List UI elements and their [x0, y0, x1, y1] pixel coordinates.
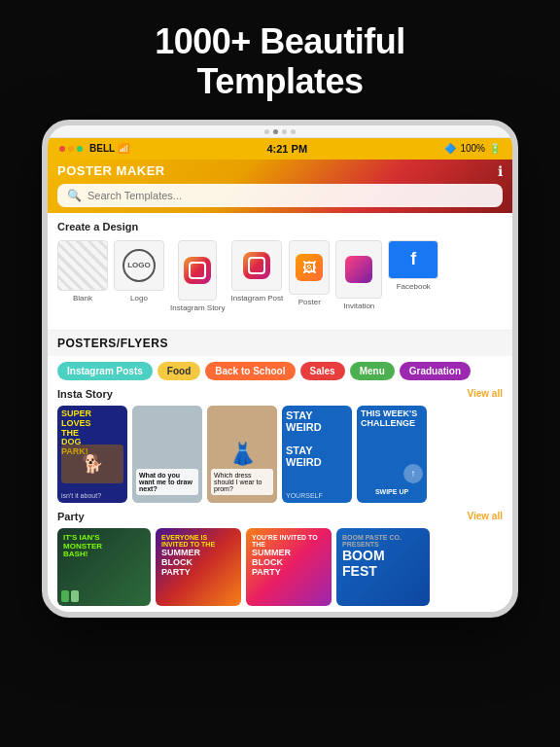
invitation-icon [345, 256, 372, 283]
story-item-5[interactable]: THIS WEEK'S CHALLENGE SWIPE UP ↑ [357, 406, 427, 503]
story-sub-1: isn't it about? [61, 492, 123, 499]
app-name-label: POSTER MAKER [57, 163, 165, 178]
insta-story-title: Insta Story [57, 388, 113, 400]
design-item-invitation[interactable]: Invitation [335, 240, 382, 312]
design-item-blank[interactable]: Blank [57, 240, 108, 312]
dot-1 [264, 129, 269, 134]
party-item-3[interactable]: YOU'RE INVITED TO THESUMMERBLOCKPARTY [246, 528, 332, 606]
status-dot-1 [59, 146, 65, 152]
instagram-icon [184, 257, 211, 284]
invitation-thumb [335, 240, 382, 299]
story-sub-4: YOURSELF [286, 492, 348, 499]
blank-label: Blank [73, 294, 92, 302]
story-thumb [178, 240, 217, 301]
design-item-instagram-post[interactable]: Instagram Post [230, 240, 283, 312]
party-row: IT'S IAN'SMONSTERBASH! EVERYONE IS INVIT… [57, 528, 503, 606]
chips-container: Instagram Posts Food Back to School Sale… [48, 356, 512, 612]
poster-thumb: 🖼 [289, 240, 330, 295]
design-item-logo[interactable]: LOGO Logo [114, 240, 164, 312]
chip-menu[interactable]: Menu [350, 362, 395, 380]
chip-food[interactable]: Food [158, 362, 200, 380]
design-item-poster[interactable]: 🖼 Poster [289, 240, 330, 312]
logo-thumb: LOGO [114, 240, 164, 291]
poster-icon: 🖼 [296, 254, 323, 281]
chip-instagram-posts[interactable]: Instagram Posts [57, 362, 153, 380]
logo-label: Logo [130, 294, 148, 302]
dot-3 [282, 129, 287, 134]
time-display: 4:21 PM [266, 143, 307, 155]
design-row: Blank LOGO Logo Instagram Story [57, 240, 503, 312]
party-text-3: YOU'RE INVITED TO THESUMMERBLOCKPARTY [252, 534, 326, 578]
battery-icon: 🔋 [489, 143, 501, 154]
party-text-2: EVERYONE IS INVITED TO THESUMMERBLOCKPAR… [161, 534, 235, 578]
status-right: 🔷 100% 🔋 [444, 143, 501, 154]
post-thumb [231, 240, 282, 291]
story-text-5: THIS WEEK'S CHALLENGE [361, 409, 423, 429]
party-item-1[interactable]: IT'S IAN'SMONSTERBASH! [57, 528, 151, 606]
search-bar[interactable]: 🔍 [57, 184, 503, 207]
story-label: Instagram Story [170, 303, 225, 312]
post-label: Instagram Post [230, 294, 283, 302]
design-item-instagram-story[interactable]: Instagram Story [170, 240, 225, 312]
story-item-2[interactable]: What do you want me to draw next? [132, 406, 202, 503]
page-dots [48, 125, 512, 138]
chip-sales[interactable]: Sales [300, 362, 345, 380]
chip-graduation[interactable]: Graduation [400, 362, 471, 380]
invitation-label: Invitation [343, 302, 374, 310]
search-icon: 🔍 [67, 189, 82, 202]
party-item-2[interactable]: EVERYONE IS INVITED TO THESUMMERBLOCKPAR… [156, 528, 241, 606]
facebook-thumb: f [388, 240, 438, 279]
story-item-1[interactable]: SUPERLOVESTHEDOGPARK! isn't it about? 🐕 [57, 406, 127, 503]
bluetooth-icon: 🔷 [444, 143, 456, 154]
party-header: Party View all [57, 511, 503, 522]
status-left: BELL 📶 [59, 143, 129, 154]
posters-title: POSTERS/FLYERS [57, 337, 503, 350]
posters-section: POSTERS/FLYERS [48, 330, 512, 356]
search-input[interactable] [88, 190, 493, 201]
story-item-3[interactable]: 👗 Which dress should I wear to prom? [207, 406, 277, 503]
story-text-4: STAYWEIRDSTAYWEIRD [286, 409, 348, 468]
insta-story-view-all[interactable]: View all [467, 388, 503, 399]
device-frame: BELL 📶 4:21 PM 🔷 100% 🔋 POSTER MAKER ℹ 🔍… [42, 120, 518, 618]
party-text-1: IT'S IAN'SMONSTERBASH! [63, 534, 145, 559]
create-section-title: Create a Design [57, 221, 503, 232]
dot-2 [273, 129, 278, 134]
logo-icon: LOGO [122, 249, 156, 282]
story-swipe: SWIPE UP [361, 488, 423, 495]
story-row: SUPERLOVESTHEDOGPARK! isn't it about? 🐕 … [57, 406, 503, 503]
status-dot-3 [77, 146, 83, 152]
status-dot-2 [68, 146, 74, 152]
battery-label: 100% [460, 143, 485, 154]
chips-row: Instagram Posts Food Back to School Sale… [57, 362, 503, 380]
party-item-4[interactable]: BOOM PASTE CO. PRESENTSBOOMFEST [336, 528, 430, 606]
party-text-4: BOOM PASTE CO. PRESENTSBOOMFEST [342, 534, 424, 579]
party-view-all[interactable]: View all [467, 511, 503, 521]
info-icon[interactable]: ℹ [498, 163, 503, 179]
insta-story-header: Insta Story View all [57, 388, 503, 400]
wifi-icon: 📶 [118, 143, 129, 154]
blank-thumb [57, 240, 108, 291]
carrier-label: BELL [89, 143, 115, 154]
app-header: POSTER MAKER ℹ 🔍 [48, 160, 512, 213]
poster-label: Poster [298, 298, 321, 306]
dot-4 [291, 129, 296, 134]
instagram-post-icon [243, 252, 270, 279]
facebook-label: Facebook [397, 282, 431, 291]
hero-title: 1000+ Beautiful Templates [155, 21, 405, 102]
party-title: Party [57, 511, 85, 522]
design-item-facebook[interactable]: f Facebook [388, 240, 438, 312]
app-content: Create a Design Blank LOGO Logo Instagra… [48, 213, 512, 330]
story-item-4[interactable]: STAYWEIRDSTAYWEIRD YOURSELF [282, 406, 352, 503]
chip-back-to-school[interactable]: Back to School [205, 362, 295, 380]
status-bar: BELL 📶 4:21 PM 🔷 100% 🔋 [48, 138, 512, 160]
